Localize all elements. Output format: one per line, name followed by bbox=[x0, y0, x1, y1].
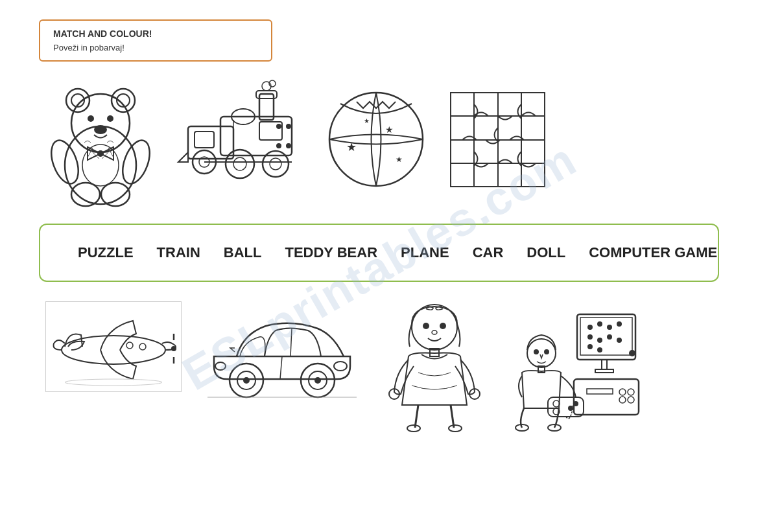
svg-point-52 bbox=[62, 336, 165, 364]
svg-point-83 bbox=[607, 325, 612, 330]
instruction-box: MATCH AND COLOUR! Poveži in pobarvaj! bbox=[39, 19, 272, 62]
svg-rect-25 bbox=[195, 132, 214, 148]
svg-point-98 bbox=[619, 397, 626, 403]
teddy-bear-image bbox=[45, 75, 156, 204]
svg-point-2 bbox=[66, 89, 89, 112]
word-puzzle: PUZZLE bbox=[66, 244, 145, 261]
svg-rect-91 bbox=[602, 360, 607, 369]
svg-point-97 bbox=[628, 389, 634, 395]
svg-point-78 bbox=[449, 425, 462, 432]
svg-point-87 bbox=[607, 334, 612, 340]
word-car: CAR bbox=[461, 244, 515, 261]
svg-point-40 bbox=[329, 93, 423, 186]
word-ball: BALL bbox=[212, 244, 274, 261]
svg-point-6 bbox=[88, 115, 94, 122]
svg-point-96 bbox=[619, 389, 626, 395]
svg-point-57 bbox=[126, 342, 133, 349]
svg-point-4 bbox=[112, 89, 135, 112]
svg-point-33 bbox=[270, 158, 281, 170]
svg-point-36 bbox=[276, 124, 281, 129]
svg-rect-92 bbox=[595, 369, 613, 373]
svg-point-88 bbox=[617, 338, 622, 343]
instruction-title: MATCH AND COLOUR! bbox=[53, 29, 258, 39]
svg-point-102 bbox=[544, 349, 549, 354]
svg-point-72 bbox=[440, 323, 446, 329]
svg-point-58 bbox=[65, 379, 162, 386]
svg-point-73 bbox=[432, 330, 437, 334]
svg-point-101 bbox=[534, 349, 539, 354]
word-train: TRAIN bbox=[145, 244, 212, 261]
svg-point-93 bbox=[629, 350, 635, 356]
svg-point-1 bbox=[71, 94, 130, 152]
svg-point-89 bbox=[587, 344, 593, 349]
svg-point-7 bbox=[107, 115, 113, 122]
svg-point-67 bbox=[314, 377, 321, 384]
svg-text:★: ★ bbox=[346, 141, 357, 154]
svg-point-56 bbox=[139, 343, 146, 350]
svg-point-77 bbox=[407, 425, 420, 432]
svg-rect-79 bbox=[577, 314, 635, 360]
svg-text:★: ★ bbox=[385, 124, 394, 135]
svg-point-53 bbox=[171, 346, 176, 351]
train-image bbox=[175, 81, 305, 198]
car-image bbox=[207, 301, 357, 399]
svg-point-12 bbox=[101, 183, 130, 206]
word-bank: PUZZLE TRAIN BALL TEDDY BEAR PLANE CAR D… bbox=[39, 224, 719, 282]
svg-point-38 bbox=[276, 143, 281, 148]
svg-rect-104 bbox=[548, 397, 584, 417]
plane-image bbox=[45, 301, 182, 392]
svg-line-59 bbox=[290, 329, 292, 356]
page: ESLprintables.com MATCH AND COLOUR! Pove… bbox=[0, 0, 758, 532]
svg-point-13 bbox=[97, 150, 104, 157]
svg-point-8 bbox=[94, 125, 107, 134]
svg-text:★: ★ bbox=[396, 155, 403, 164]
svg-point-99 bbox=[628, 397, 634, 403]
word-doll: DOLL bbox=[515, 244, 577, 261]
svg-line-69 bbox=[280, 356, 282, 379]
svg-point-37 bbox=[286, 124, 291, 129]
svg-point-31 bbox=[233, 157, 246, 170]
svg-point-84 bbox=[617, 321, 622, 327]
instruction-subtitle: Poveži in pobarvaj! bbox=[53, 43, 258, 52]
word-teddy-bear: TEDDY BEAR bbox=[273, 244, 389, 261]
svg-point-86 bbox=[597, 338, 602, 343]
svg-point-61 bbox=[215, 362, 226, 370]
svg-point-71 bbox=[423, 323, 429, 329]
svg-point-81 bbox=[587, 325, 593, 330]
svg-text:★: ★ bbox=[364, 117, 370, 124]
top-images-row: ★ ★ ★ ★ bbox=[39, 75, 719, 204]
word-computer-game: COMPUTER GAME bbox=[577, 244, 729, 261]
svg-point-90 bbox=[597, 347, 602, 353]
svg-point-11 bbox=[71, 183, 100, 206]
svg-point-64 bbox=[243, 377, 250, 384]
svg-rect-95 bbox=[587, 389, 613, 394]
word-plane: PLANE bbox=[389, 244, 461, 261]
puzzle-image bbox=[447, 89, 548, 190]
svg-point-60 bbox=[334, 362, 347, 371]
ball-image: ★ ★ ★ ★ bbox=[324, 87, 428, 191]
svg-point-82 bbox=[597, 321, 602, 327]
svg-point-39 bbox=[286, 143, 291, 148]
svg-point-30 bbox=[226, 150, 254, 178]
computer-game-image bbox=[512, 301, 642, 431]
bottom-images-row bbox=[39, 301, 719, 431]
svg-point-85 bbox=[587, 334, 593, 340]
doll-image bbox=[383, 301, 486, 431]
